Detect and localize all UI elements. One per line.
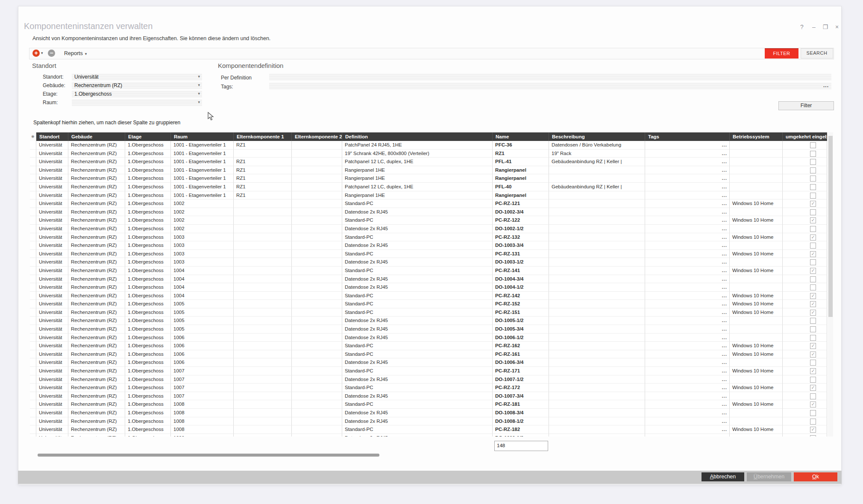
- tags-ellipsis-button[interactable]: ...: [722, 141, 727, 149]
- add-dropdown-caret-icon[interactable]: ▾: [41, 51, 43, 55]
- tags-ellipsis-button[interactable]: ...: [722, 334, 727, 342]
- umgekehrt-checkbox[interactable]: ✓: [810, 368, 816, 374]
- record-count-box[interactable]: 148: [494, 441, 548, 451]
- horizontal-scrollbar-thumb[interactable]: [38, 454, 379, 457]
- column-header-eltern2[interactable]: Elternkomponente 2: [292, 132, 342, 141]
- umgekehrt-checkbox[interactable]: ✓: [810, 251, 816, 257]
- umgekehrt-checkbox[interactable]: [810, 318, 816, 324]
- column-header-tags[interactable]: Tags: [645, 132, 730, 141]
- column-header-name[interactable]: Name: [493, 132, 549, 141]
- tags-ellipsis-button[interactable]: ...: [722, 199, 727, 208]
- tags-ellipsis-button[interactable]: ...: [722, 400, 727, 408]
- restore-icon[interactable]: ❐: [821, 23, 830, 30]
- column-header-etage[interactable]: Etage: [125, 132, 171, 141]
- table-row[interactable]: UniversitätRechenzentrum (RZ)1.Obergesch…: [30, 174, 827, 183]
- umgekehrt-checkbox[interactable]: [810, 226, 816, 232]
- add-button[interactable]: +: [32, 50, 40, 57]
- table-row[interactable]: UniversitätRechenzentrum (RZ)1.Obergesch…: [30, 166, 827, 175]
- tags-ellipsis-button[interactable]: ...: [722, 392, 727, 400]
- tags-ellipsis-button[interactable]: ...: [722, 183, 727, 191]
- minimize-icon[interactable]: –: [809, 23, 819, 30]
- tags-ellipsis-button[interactable]: ...: [722, 258, 727, 266]
- table-row[interactable]: UniversitätRechenzentrum (RZ)1.Obergesch…: [30, 149, 827, 158]
- umgekehrt-checkbox[interactable]: [810, 167, 816, 173]
- filter-field-dropdown[interactable]: 1.Obergeschoss▾: [72, 91, 202, 97]
- umgekehrt-checkbox[interactable]: [810, 142, 816, 148]
- tags-ellipsis-button[interactable]: ...: [722, 241, 727, 249]
- umgekehrt-checkbox[interactable]: [810, 435, 816, 437]
- table-row[interactable]: UniversitätRechenzentrum (RZ)1.Obergesch…: [30, 358, 827, 367]
- table-row[interactable]: UniversitätRechenzentrum (RZ)1.Obergesch…: [30, 183, 827, 191]
- umgekehrt-checkbox[interactable]: [810, 276, 816, 282]
- table-row[interactable]: UniversitätRechenzentrum (RZ)1.Obergesch…: [30, 342, 827, 350]
- umgekehrt-checkbox[interactable]: [810, 176, 816, 182]
- umgekehrt-checkbox[interactable]: [810, 410, 816, 416]
- umgekehrt-checkbox[interactable]: [810, 360, 816, 366]
- umgekehrt-checkbox[interactable]: [810, 159, 816, 165]
- table-row[interactable]: UniversitätRechenzentrum (RZ)1.Obergesch…: [30, 225, 827, 233]
- tags-ellipsis-button[interactable]: ...: [722, 367, 727, 375]
- tags-ellipsis-button[interactable]: ...: [722, 325, 727, 333]
- column-header-gebaeude[interactable]: Gebäude: [68, 132, 125, 141]
- table-row[interactable]: UniversitätRechenzentrum (RZ)1.Obergesch…: [30, 283, 827, 292]
- umgekehrt-checkbox[interactable]: ✓: [810, 201, 816, 207]
- umgekehrt-checkbox[interactable]: ✓: [810, 401, 816, 407]
- tags-ellipsis-button[interactable]: ...: [722, 275, 727, 283]
- tags-ellipsis-button[interactable]: ...: [722, 216, 727, 224]
- tags-ellipsis-button[interactable]: ...: [722, 250, 727, 258]
- table-row[interactable]: UniversitätRechenzentrum (RZ)1.Obergesch…: [30, 199, 827, 208]
- column-header-eltern1[interactable]: Elternkomponente 1: [234, 132, 292, 141]
- column-header-raum[interactable]: Raum: [171, 132, 234, 141]
- column-header-definition[interactable]: Definition: [342, 132, 493, 141]
- tags-ellipsis-button[interactable]: ...: [722, 409, 727, 417]
- table-row[interactable]: UniversitätRechenzentrum (RZ)1.Obergesch…: [30, 334, 827, 342]
- umgekehrt-checkbox[interactable]: [810, 259, 816, 265]
- umgekehrt-checkbox[interactable]: [810, 393, 816, 399]
- table-row[interactable]: UniversitätRechenzentrum (RZ)1.Obergesch…: [30, 325, 827, 334]
- tags-ellipsis-button[interactable]: ...: [722, 300, 727, 308]
- table-row[interactable]: UniversitätRechenzentrum (RZ)1.Obergesch…: [30, 384, 827, 392]
- umgekehrt-checkbox[interactable]: ✓: [810, 234, 816, 240]
- table-row[interactable]: UniversitätRechenzentrum (RZ)1.Obergesch…: [30, 250, 827, 258]
- tags-ellipsis-button[interactable]: ...: [722, 267, 727, 275]
- umgekehrt-checkbox[interactable]: [810, 151, 816, 157]
- table-row[interactable]: UniversitätRechenzentrum (RZ)1.Obergesch…: [30, 392, 827, 401]
- tags-ellipsis-button[interactable]: ...: [722, 283, 727, 291]
- table-row[interactable]: UniversitätRechenzentrum (RZ)1.Obergesch…: [30, 208, 827, 217]
- umgekehrt-checkbox[interactable]: ✓: [810, 343, 816, 349]
- tags-ellipsis-button[interactable]: ...: [722, 425, 727, 434]
- tags-ellipsis-button[interactable]: ...: [722, 316, 727, 325]
- tags-ellipsis-button[interactable]: ...: [722, 375, 727, 384]
- table-row[interactable]: UniversitätRechenzentrum (RZ)1.Obergesch…: [30, 233, 827, 242]
- table-row[interactable]: UniversitätRechenzentrum (RZ)1.Obergesch…: [30, 216, 827, 225]
- table-row[interactable]: UniversitätRechenzentrum (RZ)1.Obergesch…: [30, 241, 827, 250]
- column-header-os[interactable]: Betriebssystem: [730, 132, 783, 141]
- apply-filter-button[interactable]: Filter: [778, 101, 834, 110]
- umgekehrt-checkbox[interactable]: [810, 193, 816, 199]
- tags-ellipsis-button[interactable]: ...: [722, 342, 727, 350]
- table-row[interactable]: UniversitätRechenzentrum (RZ)1.Obergesch…: [30, 141, 827, 149]
- umgekehrt-checkbox[interactable]: ✓: [810, 268, 816, 274]
- tags-browse-button[interactable]: ...: [823, 82, 829, 88]
- umgekehrt-checkbox[interactable]: [810, 243, 816, 249]
- close-icon[interactable]: ×: [832, 23, 842, 30]
- umgekehrt-checkbox[interactable]: [810, 335, 816, 341]
- umgekehrt-checkbox[interactable]: ✓: [810, 301, 816, 307]
- table-row[interactable]: UniversitätRechenzentrum (RZ)1.Obergesch…: [30, 417, 827, 426]
- tags-ellipsis-button[interactable]: ...: [722, 208, 727, 216]
- table-row[interactable]: UniversitätRechenzentrum (RZ)1.Obergesch…: [30, 308, 827, 317]
- umgekehrt-checkbox[interactable]: ✓: [810, 217, 816, 223]
- table-row[interactable]: UniversitätRechenzentrum (RZ)1.Obergesch…: [30, 400, 827, 409]
- cancel-button[interactable]: Abbrechen: [702, 472, 744, 481]
- tags-ellipsis-button[interactable]: ...: [722, 158, 727, 166]
- table-row[interactable]: UniversitätRechenzentrum (RZ)1.Obergesch…: [30, 258, 827, 267]
- umgekehrt-checkbox[interactable]: ✓: [810, 385, 816, 391]
- table-row[interactable]: UniversitätRechenzentrum (RZ)1.Obergesch…: [30, 350, 827, 359]
- column-header-check[interactable]: umgekehrt eingeb: [783, 132, 827, 141]
- tags-ellipsis-button[interactable]: ...: [722, 308, 727, 316]
- column-header-standort[interactable]: Standort: [36, 132, 68, 141]
- tags-ellipsis-button[interactable]: ...: [722, 434, 727, 437]
- filter-field-dropdown[interactable]: Rechenzentrum (RZ)▾: [72, 82, 202, 89]
- table-row[interactable]: UniversitätRechenzentrum (RZ)1.Obergesch…: [30, 434, 827, 437]
- table-row[interactable]: UniversitätRechenzentrum (RZ)1.Obergesch…: [30, 409, 827, 417]
